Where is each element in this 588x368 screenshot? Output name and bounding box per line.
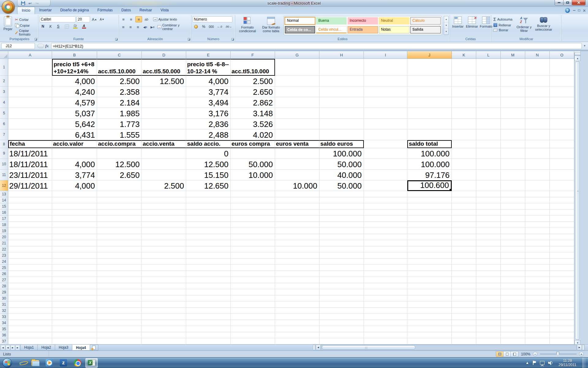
scroll-up-button[interactable]: ▲ [575, 56, 581, 61]
dialog-launcher-number[interactable] [232, 38, 234, 41]
column-header-E[interactable]: E [186, 51, 231, 59]
row-header-15[interactable]: 15 [0, 203, 8, 209]
cell-L2[interactable] [476, 76, 501, 86]
column-header-C[interactable]: C [97, 51, 142, 59]
dialog-launcher-clipboard[interactable] [35, 38, 37, 41]
cell-D30[interactable] [142, 295, 186, 301]
cell-O16[interactable] [550, 209, 574, 216]
cell-G34[interactable] [275, 320, 319, 326]
cell-J10[interactable]: 100.000 [407, 159, 452, 170]
cell-L14[interactable] [476, 197, 501, 203]
cell-K29[interactable] [452, 289, 476, 295]
cell-G25[interactable] [275, 265, 319, 271]
cell-F18[interactable] [231, 222, 275, 228]
row-header-18[interactable]: 18 [0, 222, 8, 228]
cell-L17[interactable] [476, 216, 501, 222]
cell-J22[interactable] [407, 246, 452, 252]
cell-C29[interactable] [97, 289, 142, 295]
cell-O21[interactable] [550, 240, 574, 246]
cell-J20[interactable] [407, 234, 452, 240]
cell-A10[interactable]: 18/11/2011 [8, 159, 52, 170]
cell-C28[interactable] [97, 283, 142, 289]
cell-I31[interactable] [364, 301, 407, 308]
cell-L20[interactable] [476, 234, 501, 240]
cell-H26[interactable] [319, 271, 364, 277]
cell-C37[interactable] [97, 338, 142, 344]
cell-F22[interactable] [231, 246, 275, 252]
cell-O8[interactable] [550, 140, 574, 148]
row-header-37[interactable]: 37 [0, 338, 8, 344]
cell-O7[interactable] [550, 129, 574, 140]
cell-K32[interactable] [452, 308, 476, 314]
cell-J11[interactable]: 97.176 [407, 170, 452, 180]
cell-E32[interactable] [186, 308, 231, 314]
taskbar-app-internet-explorer[interactable]: e [15, 358, 27, 368]
cell-H28[interactable] [319, 283, 364, 289]
cell-M35[interactable] [501, 326, 525, 332]
taskbar-app-chrome[interactable] [71, 358, 84, 368]
cell-G31[interactable] [275, 301, 319, 308]
increase-indent-button[interactable]: ▶≡ [149, 24, 156, 30]
cell-C34[interactable] [97, 320, 142, 326]
cell-G20[interactable] [275, 234, 319, 240]
row-header-9[interactable]: 9 [0, 148, 8, 159]
clear-button[interactable]: Borrar [492, 28, 514, 32]
cell-I7[interactable] [364, 129, 407, 140]
cell-N13[interactable] [525, 191, 550, 197]
cell-I28[interactable] [364, 283, 407, 289]
scroll-left-button[interactable]: ◀ [316, 345, 321, 350]
cell-H15[interactable] [319, 203, 364, 209]
cell-L16[interactable] [476, 209, 501, 216]
cell-M26[interactable] [501, 271, 525, 277]
cell-A1[interactable] [8, 59, 52, 76]
style-chip-entrada[interactable]: Entrada [348, 26, 378, 33]
dialog-launcher-alignment[interactable] [188, 38, 190, 41]
ribbon-tab-f-rmulas[interactable]: Fórmulas [93, 7, 117, 14]
cell-I15[interactable] [364, 203, 407, 209]
cell-F9[interactable] [231, 148, 275, 159]
cell-M14[interactable] [501, 197, 525, 203]
cell-D27[interactable] [142, 277, 186, 283]
cell-I23[interactable] [364, 252, 407, 259]
row-header-6[interactable]: 6 [0, 119, 8, 129]
cell-L9[interactable] [476, 148, 501, 159]
cell-H30[interactable] [319, 295, 364, 301]
column-header-F[interactable]: F [231, 51, 275, 59]
cell-L31[interactable] [476, 301, 501, 308]
cell-O11[interactable] [550, 170, 574, 180]
number-format-combo[interactable]: Número [193, 16, 232, 22]
borders-button[interactable] [63, 23, 70, 29]
font-color-button[interactable]: A [81, 23, 87, 29]
cell-G7[interactable] [275, 129, 319, 140]
cell-M20[interactable] [501, 234, 525, 240]
cell-I24[interactable] [364, 259, 407, 265]
cell-C6[interactable]: 1.773 [97, 119, 142, 129]
cell-D8[interactable]: accio.venta [142, 140, 186, 148]
ribbon-tab-revisar[interactable]: Revisar [135, 7, 156, 14]
cell-I12[interactable] [364, 180, 407, 191]
cell-D36[interactable] [142, 332, 186, 338]
cell-J14[interactable] [407, 197, 452, 203]
insert-function-button[interactable]: fx [45, 44, 49, 48]
cell-L12[interactable] [476, 180, 501, 191]
select-all-button[interactable] [0, 51, 8, 59]
cell-B18[interactable] [52, 222, 97, 228]
taskbar-app-excel[interactable]: X [85, 358, 98, 368]
cell-M18[interactable] [501, 222, 525, 228]
cell-B11[interactable]: 3,774 [52, 170, 97, 180]
cell-J24[interactable] [407, 259, 452, 265]
cell-N18[interactable] [525, 222, 550, 228]
row-header-34[interactable]: 34 [0, 320, 8, 326]
zoom-in-button[interactable]: + [579, 352, 584, 356]
cell-M6[interactable] [501, 119, 525, 129]
cell-F36[interactable] [231, 332, 275, 338]
cell-A23[interactable] [8, 252, 52, 259]
cell-E29[interactable] [186, 289, 231, 295]
style-chip-neutral[interactable]: Neutral [379, 17, 409, 25]
cell-F21[interactable] [231, 240, 275, 246]
workbook-close-icon[interactable] [583, 9, 586, 12]
cell-A6[interactable] [8, 119, 52, 129]
column-header-K[interactable]: K [452, 51, 476, 59]
cell-A37[interactable] [8, 338, 52, 344]
cell-A3[interactable] [8, 86, 52, 97]
